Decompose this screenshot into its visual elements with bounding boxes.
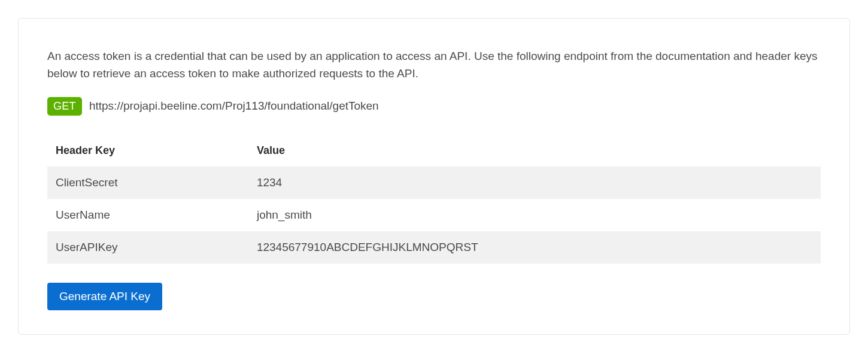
cell-header-key: UserAPIKey (47, 231, 248, 264)
column-header-key: Header Key (47, 135, 248, 167)
token-description: An access token is a credential that can… (47, 47, 821, 83)
endpoint-url: https://projapi.beeline.com/Proj113/foun… (89, 99, 379, 113)
cell-header-value: 12345677910ABCDEFGHIJKLMNOPQRST (248, 231, 821, 264)
table-row: ClientSecret 1234 (47, 167, 821, 199)
http-method-badge: GET (47, 97, 82, 116)
column-header-value: Value (248, 135, 821, 167)
endpoint-row: GET https://projapi.beeline.com/Proj113/… (47, 97, 821, 116)
table-row: UserAPIKey 12345677910ABCDEFGHIJKLMNOPQR… (47, 231, 821, 264)
generate-api-key-button[interactable]: Generate API Key (47, 283, 162, 310)
table-row: UserName john_smith (47, 199, 821, 231)
cell-header-key: ClientSecret (47, 167, 248, 199)
header-keys-table: Header Key Value ClientSecret 1234 UserN… (47, 135, 821, 264)
table-header-row: Header Key Value (47, 135, 821, 167)
cell-header-key: UserName (47, 199, 248, 231)
cell-header-value: 1234 (248, 167, 821, 199)
cell-header-value: john_smith (248, 199, 821, 231)
api-token-card: An access token is a credential that can… (18, 18, 850, 335)
